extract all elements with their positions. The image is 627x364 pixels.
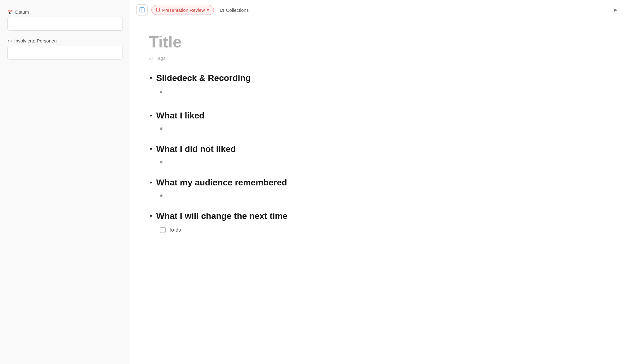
chevron-icon: ▼ bbox=[149, 113, 153, 118]
section-title: What I did not liked bbox=[156, 144, 236, 154]
datum-label: 📅 Datum bbox=[7, 9, 122, 15]
document: Title 🏷 Tags ▼Slidedeck & Recording*▼Wha… bbox=[130, 20, 409, 271]
svg-rect-0 bbox=[140, 8, 144, 12]
chevron-down-icon: ▾ bbox=[207, 7, 209, 13]
section-header-audience-remembered[interactable]: ▼What my audience remembered bbox=[149, 178, 391, 188]
chevron-icon: ▼ bbox=[149, 214, 153, 219]
calendar-icon: 📅 bbox=[7, 10, 13, 15]
breadcrumb: 🎞 Presentation Review ▾ 🗂 Collections bbox=[151, 5, 606, 15]
bullet-icon bbox=[160, 127, 162, 130]
asterisk-marker: * bbox=[160, 90, 162, 96]
chevron-icon: ▼ bbox=[149, 180, 153, 185]
presentation-review-breadcrumb[interactable]: 🎞 Presentation Review ▾ bbox=[151, 5, 214, 15]
involvierte-label: 🏷 Involvierte Personen bbox=[7, 38, 122, 43]
section-title: What I liked bbox=[156, 111, 205, 121]
section-header-what-i-did-not-liked[interactable]: ▼What I did not liked bbox=[149, 144, 391, 154]
section-slidedeck: ▼Slidedeck & Recording* bbox=[149, 73, 391, 100]
collections-breadcrumb[interactable]: 🗂 Collections bbox=[215, 6, 253, 15]
send-icon: ➤ bbox=[613, 6, 618, 14]
toggle-sidebar-button[interactable] bbox=[136, 4, 148, 16]
todo-item: To-do bbox=[160, 225, 391, 235]
sidebar: 📅 Datum 🏷 Involvierte Personen bbox=[0, 0, 130, 364]
section-what-i-did-not-liked: ▼What I did not liked bbox=[149, 144, 391, 166]
chevron-icon: ▼ bbox=[149, 76, 153, 81]
section-header-next-time[interactable]: ▼What I will change the next time bbox=[149, 211, 391, 221]
section-next-time: ▼What I will change the next timeTo-do bbox=[149, 211, 391, 235]
todo-label: To-do bbox=[169, 227, 181, 233]
section-line bbox=[160, 158, 391, 166]
section-title: Slidedeck & Recording bbox=[156, 73, 251, 83]
doc-title[interactable]: Title bbox=[149, 33, 391, 51]
section-title: What my audience remembered bbox=[156, 178, 287, 188]
section-line bbox=[160, 124, 391, 133]
involvierte-field: 🏷 Involvierte Personen bbox=[7, 38, 122, 60]
section-body-next-time: To-do bbox=[151, 225, 391, 235]
main-content: 🎞 Presentation Review ▾ 🗂 Collections ➤ … bbox=[130, 0, 627, 364]
section-line bbox=[160, 191, 391, 200]
section-header-what-i-liked[interactable]: ▼What I liked bbox=[149, 111, 391, 121]
tags-icon: 🏷 bbox=[149, 56, 153, 61]
send-button[interactable]: ➤ bbox=[610, 4, 621, 16]
section-what-i-liked: ▼What I liked bbox=[149, 111, 391, 133]
sections-container: ▼Slidedeck & Recording*▼What I liked▼Wha… bbox=[149, 73, 391, 235]
section-line: * bbox=[160, 87, 391, 100]
section-body-what-i-did-not-liked bbox=[151, 158, 391, 166]
todo-checkbox[interactable] bbox=[160, 227, 166, 233]
section-body-audience-remembered bbox=[151, 191, 391, 200]
datum-field: 📅 Datum bbox=[7, 9, 122, 31]
topbar-actions: ➤ bbox=[610, 4, 621, 16]
bullet-icon bbox=[160, 194, 162, 197]
doc-tags: 🏷 Tags bbox=[149, 55, 391, 61]
section-audience-remembered: ▼What my audience remembered bbox=[149, 178, 391, 200]
presentation-icon: 🎞 bbox=[156, 7, 160, 12]
chevron-icon: ▼ bbox=[149, 147, 153, 152]
section-header-slidedeck[interactable]: ▼Slidedeck & Recording bbox=[149, 73, 391, 83]
involvierte-input[interactable] bbox=[7, 46, 122, 60]
section-title: What I will change the next time bbox=[156, 211, 287, 221]
collections-icon: 🗂 bbox=[220, 7, 224, 13]
datum-input[interactable] bbox=[7, 17, 122, 31]
tag-icon: 🏷 bbox=[7, 38, 12, 43]
section-body-slidedeck: * bbox=[151, 87, 391, 100]
bullet-icon bbox=[160, 161, 162, 163]
topbar: 🎞 Presentation Review ▾ 🗂 Collections ➤ bbox=[130, 0, 627, 20]
section-body-what-i-liked bbox=[151, 124, 391, 133]
